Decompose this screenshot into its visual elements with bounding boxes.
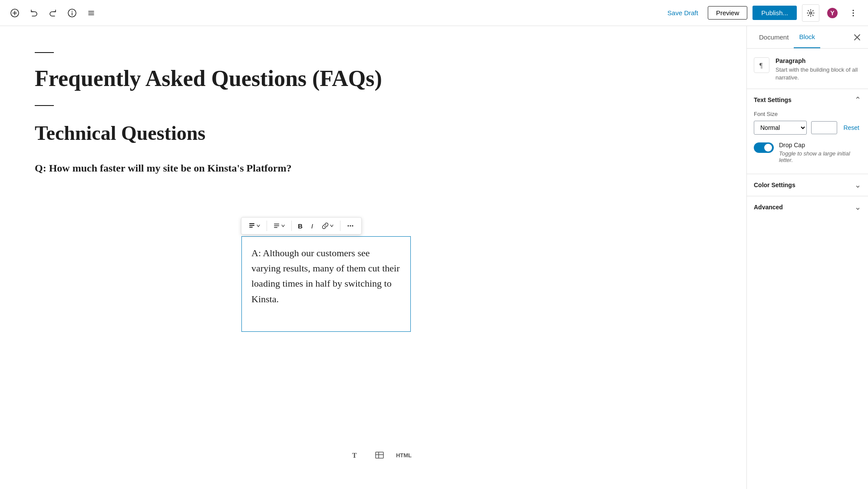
add-block-button[interactable] [7,5,23,21]
svg-text:¶: ¶ [759,62,763,69]
yoast-button[interactable]: Y [825,5,840,21]
align-button[interactable] [270,220,289,232]
toolbar-divider-1 [267,221,267,231]
advanced-label: Advanced [754,204,783,211]
svg-rect-16 [249,225,254,226]
close-sidebar-button[interactable] [853,33,861,41]
drop-cap-info: Drop Cap Toggle to show a large initial … [779,142,861,163]
selected-paragraph-block[interactable]: A: Although our customers see varying re… [241,236,411,332]
main-layout: Frequently Asked Questions (FAQs) Techni… [0,26,868,489]
font-size-label: Font Size [754,111,861,117]
paragraph-type-button[interactable] [245,220,264,232]
right-sidebar: Document Block ¶ Paragraph Start with th… [746,26,868,489]
tab-document[interactable]: Document [754,26,794,48]
svg-rect-17 [249,227,253,228]
advanced-chevron: ⌄ [855,202,861,212]
more-options-button[interactable] [845,5,861,21]
drop-cap-row: Drop Cap Toggle to show a large initial … [754,142,861,163]
separator-bottom [35,105,54,106]
toggle-track [754,142,774,153]
svg-rect-19 [274,225,279,226]
toggle-thumb [764,144,772,152]
text-settings-header[interactable]: Text Settings ⌃ [747,89,868,111]
text-settings-chevron: ⌃ [855,95,861,105]
svg-text:Y: Y [830,10,835,17]
svg-rect-20 [274,227,277,228]
font-size-select[interactable]: Normal Small Large Larger [754,121,807,135]
font-size-reset-button[interactable]: Reset [842,122,861,133]
color-settings-chevron: ⌄ [855,180,861,190]
page-title: Frequently Asked Questions (FAQs) [35,65,712,92]
link-button[interactable] [318,220,337,232]
drop-cap-label: Drop Cap [779,142,861,149]
svg-rect-18 [274,224,279,225]
more-rich-text-button[interactable] [343,219,358,232]
svg-text:T: T [352,452,357,459]
toolbar-divider-3 [340,221,340,231]
block-info-text: Paragraph Start with the building block … [776,57,861,82]
bold-button[interactable]: B [294,220,306,232]
list-view-button[interactable] [83,5,99,21]
section-heading: Technical Questions [35,122,712,145]
text-settings-label: Text Settings [754,96,792,103]
svg-point-23 [352,225,353,227]
text-block-type-button[interactable]: T [347,447,363,463]
editor-area[interactable]: Frequently Asked Questions (FAQs) Techni… [0,26,746,489]
settings-button[interactable] [802,4,819,22]
undo-button[interactable] [26,5,42,21]
info-button[interactable] [64,5,80,21]
text-settings-section: Text Settings ⌃ Font Size Normal Small L… [747,89,868,174]
color-settings-label: Color Settings [754,182,795,188]
color-settings-section[interactable]: Color Settings ⌄ [747,174,868,196]
svg-rect-15 [249,223,254,224]
question-text: Q: How much faster will my site be on Ki… [35,160,712,176]
advanced-section[interactable]: Advanced ⌄ [747,196,868,218]
toolbar-right: Save Draft Preview Publish... Y [663,4,861,22]
text-settings-content: Font Size Normal Small Large Larger Rese… [747,111,868,174]
preview-button[interactable]: Preview [708,6,747,20]
italic-button[interactable]: I [308,220,317,232]
block-toolbar: B I [241,217,362,235]
toolbar-divider-2 [291,221,292,231]
paragraph-icon: ¶ [754,57,769,73]
svg-point-13 [853,12,854,13]
toolbar-left [7,5,99,21]
drop-cap-toggle[interactable] [754,142,774,153]
block-type-bar: T HTML [347,447,412,463]
separator-top [35,52,54,53]
font-size-row: Normal Small Large Larger Reset [754,121,861,135]
svg-point-5 [72,11,73,12]
svg-point-14 [853,15,854,16]
html-block-type-button[interactable]: HTML [396,447,412,463]
font-size-input[interactable] [811,121,837,134]
drop-cap-description: Toggle to show a large initial letter. [779,150,861,163]
block-description: Start with the building block of all nar… [776,66,861,82]
block-info: ¶ Paragraph Start with the building bloc… [747,49,868,89]
top-toolbar: Save Draft Preview Publish... Y [0,0,868,26]
table-block-type-button[interactable] [372,447,387,463]
svg-point-22 [350,225,351,227]
svg-point-12 [853,10,854,11]
sidebar-tabs: Document Block [747,26,868,49]
redo-button[interactable] [45,5,61,21]
svg-point-21 [348,225,349,227]
svg-point-9 [810,12,812,14]
publish-button[interactable]: Publish... [752,6,797,20]
svg-rect-25 [376,452,383,458]
save-draft-button[interactable]: Save Draft [663,7,703,19]
tab-block[interactable]: Block [794,26,820,48]
block-name: Paragraph [776,57,861,64]
